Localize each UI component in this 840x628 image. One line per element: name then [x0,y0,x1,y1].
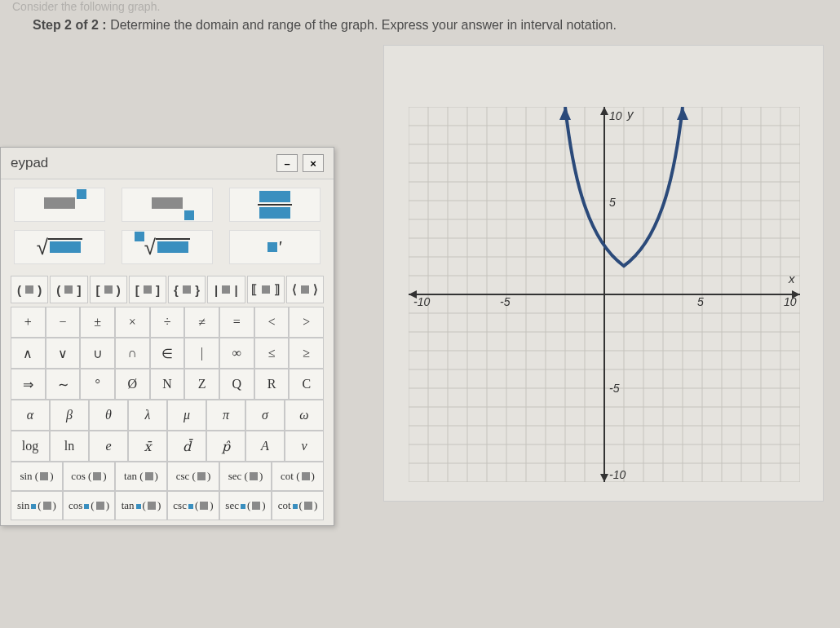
infinity-button[interactable]: ∞ [219,338,254,369]
emptyset-button[interactable]: Ø [115,369,150,400]
xbar-button[interactable]: x̄ [128,431,167,462]
tick-yneg5: -5 [609,382,620,395]
prime-template[interactable]: ′ [229,230,321,264]
curve-arrow-left [559,107,571,120]
plusminus-button[interactable]: ± [80,307,115,338]
cot-pow-button[interactable]: cot() [272,491,324,520]
integers-button[interactable]: Z [184,369,219,400]
lambda-button[interactable]: λ [128,400,167,431]
abs-button[interactable]: | | [207,276,245,303]
bar-button[interactable]: | [184,338,219,369]
tick-xneg10: -10 [413,295,430,308]
plus-button[interactable]: + [11,307,46,338]
paren-both-button[interactable]: ( ) [11,276,48,303]
neq-button[interactable]: ≠ [184,307,219,338]
log-button[interactable]: log [11,431,50,462]
eq-button[interactable]: = [219,307,254,338]
csc-button[interactable]: csc () [167,462,219,491]
tilde-button[interactable]: ∼ [46,369,81,400]
curve-arrow-right [677,107,688,120]
cropped-header-text: Consider the following graph. [12,0,160,13]
implies-button[interactable]: ⇒ [11,369,46,400]
sqrt-template[interactable]: √ [14,230,105,264]
phat-button[interactable]: p̂ [206,431,245,462]
keypad-title: eypad [11,155,48,171]
paren-rightsq-button[interactable]: ( ] [50,276,87,303]
ln-button[interactable]: ln [50,431,89,462]
tick-x5: 5 [697,295,704,308]
tick-y10: 10 [609,109,622,122]
bracket-row: ( ) ( ] [ ) [ ] { } | | ⟦ ⟧ ⟨ ⟩ [6,272,329,307]
lt-button[interactable]: < [254,307,290,338]
subscript-template[interactable] [122,188,213,222]
pi-button[interactable]: π [206,400,245,431]
sin-button[interactable]: sin () [11,462,63,491]
intersect-button[interactable]: ∩ [115,338,150,369]
fraction-template[interactable] [229,188,321,222]
degree-button[interactable]: ° [80,369,115,400]
sec-pow-button[interactable]: sec() [219,491,272,520]
leq-button[interactable]: ≤ [254,338,290,369]
x-axis-label: x [788,272,795,285]
theta-button[interactable]: θ [89,400,128,431]
complex-button[interactable]: C [289,369,324,400]
keypad-header: eypad – × [1,148,334,179]
svg-marker-44 [600,107,608,115]
alpha-button[interactable]: α [11,400,50,431]
graph-panel: -10 -5 5 10 5 10 -5 -10 y x [383,45,824,502]
sq-both-button[interactable]: [ ] [129,276,166,303]
cot-button[interactable]: cot () [272,462,324,491]
angle-button[interactable]: ⟨ ⟩ [286,276,324,303]
and-button[interactable]: ∧ [11,338,46,369]
asub-button[interactable]: A [245,431,285,462]
omega-button[interactable]: ω [285,400,324,431]
nthroot-template[interactable]: √ [122,230,213,264]
element-button[interactable]: ∈ [150,338,185,369]
sigma-button[interactable]: σ [245,400,285,431]
or-button[interactable]: ∨ [46,338,81,369]
keypad-panel: eypad – × √ √ ′ [0,147,334,526]
step-text: Determine the domain and range of the gr… [110,18,617,32]
cos-button[interactable]: cos () [63,462,115,491]
tan-button[interactable]: tan () [115,462,167,491]
gt-button[interactable]: > [289,307,324,338]
tick-y5: 5 [609,196,616,209]
minimize-button[interactable]: – [276,154,298,172]
union-button[interactable]: ∪ [80,338,115,369]
leftsq-paren-button[interactable]: [ ) [90,276,127,303]
e-button[interactable]: e [89,431,128,462]
svg-marker-45 [600,474,608,482]
divide-button[interactable]: ÷ [150,307,185,338]
step-label: Step 2 of 2 : [33,18,107,32]
tick-xneg5: -5 [500,295,511,308]
tan-pow-button[interactable]: tan() [115,491,167,520]
exponent-template[interactable] [14,188,105,222]
dbar-button[interactable]: d̄ [167,431,206,462]
curly-button[interactable]: { } [168,276,206,303]
reals-button[interactable]: R [254,369,290,400]
close-button[interactable]: × [303,154,324,172]
graph-plot: -10 -5 5 10 5 10 -5 -10 y x [409,107,800,482]
minus-button[interactable]: − [46,307,81,338]
sin-pow-button[interactable]: sin() [11,491,63,520]
nusub-button[interactable]: ν [285,431,324,462]
beta-button[interactable]: β [50,400,89,431]
cos-pow-button[interactable]: cos() [63,491,115,520]
sec-button[interactable]: sec () [219,462,272,491]
naturals-button[interactable]: N [150,369,185,400]
geq-button[interactable]: ≥ [289,338,324,369]
mu-button[interactable]: μ [167,400,206,431]
tick-x10: 10 [784,295,797,308]
csc-pow-button[interactable]: csc() [167,491,219,520]
y-axis-label: y [626,107,634,121]
times-button[interactable]: × [115,307,150,338]
step-header: Step 2 of 2 : Determine the domain and r… [33,18,617,33]
tick-yneg10: -10 [609,468,626,481]
rationals-button[interactable]: Q [219,369,254,400]
dblsq-button[interactable]: ⟦ ⟧ [247,276,285,303]
